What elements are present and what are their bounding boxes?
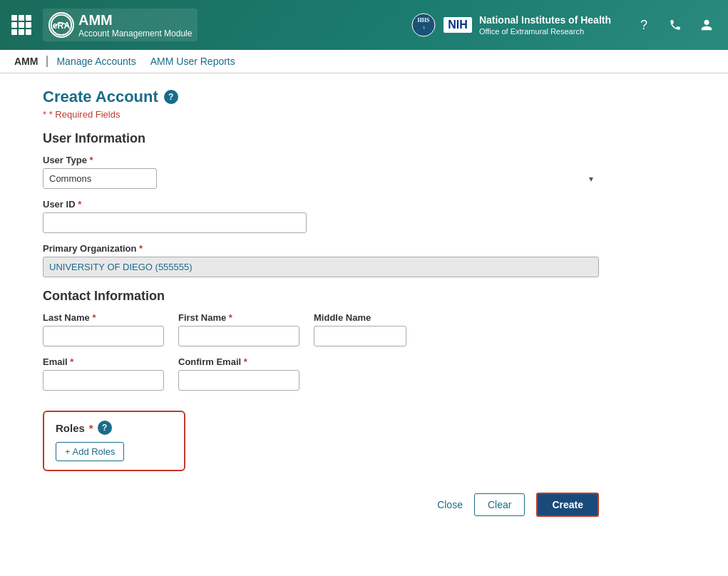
email-required-star: *	[70, 356, 73, 367]
primary-org-label: Primary Organization *	[43, 243, 599, 254]
email-label: Email *	[43, 356, 164, 367]
first-name-label: First Name *	[178, 312, 299, 323]
roles-box: Roles * ? + Add Roles	[43, 411, 185, 471]
page-help-icon[interactable]: ?	[164, 90, 178, 104]
nih-name: National Institutes of Health	[479, 14, 611, 26]
email-input[interactable]	[43, 370, 164, 391]
first-name-input[interactable]	[178, 326, 299, 346]
contact-info-section: Contact Information Last Name * First Na…	[43, 289, 599, 391]
svg-text:HHS: HHS	[418, 17, 430, 24]
user-id-required-star: *	[78, 199, 81, 210]
app-header: eRA AMM Account Management Module HHS ⚕ …	[0, 0, 728, 50]
clear-button[interactable]: Clear	[474, 493, 525, 516]
chevron-down-icon: ▾	[589, 174, 593, 184]
era-logo: eRA AMM Account Management Module	[43, 9, 198, 41]
bottom-actions: Close Clear Create	[43, 493, 599, 531]
user-type-required-star: *	[90, 155, 93, 165]
email-fields-row: Email * Confirm Email *	[43, 356, 599, 391]
nav-user-reports[interactable]: AMM User Reports	[150, 56, 235, 67]
middle-name-input[interactable]	[314, 326, 406, 346]
roles-help-icon[interactable]: ?	[98, 421, 112, 435]
user-id-input[interactable]	[43, 212, 307, 233]
create-button[interactable]: Create	[536, 493, 599, 517]
hhs-seal-icon: HHS ⚕	[411, 12, 436, 38]
add-roles-button[interactable]: + Add Roles	[56, 442, 124, 461]
nih-badge: NIH	[444, 17, 472, 33]
middle-name-label: Middle Name	[314, 312, 406, 323]
app-title-block: AMM Account Management Module	[78, 11, 192, 38]
contact-section-title: Contact Information	[43, 289, 599, 304]
main-content: Create Account ? * * Required Fields Use…	[0, 73, 642, 545]
last-name-label: Last Name *	[43, 312, 164, 323]
svg-text:⚕: ⚕	[423, 26, 425, 30]
middle-name-col: Middle Name	[314, 312, 406, 346]
email-col: Email *	[43, 356, 164, 391]
confirm-email-input[interactable]	[178, 370, 299, 391]
name-fields-row: Last Name * First Name * Middle Name	[43, 312, 599, 346]
roles-required-star: *	[89, 422, 93, 434]
user-type-label: User Type *	[43, 155, 599, 165]
phone-icon[interactable]	[665, 15, 685, 35]
user-type-select-wrapper: Commons PD/PI Admin ▾	[43, 168, 599, 189]
confirm-email-col: Confirm Email *	[178, 356, 299, 391]
confirm-email-label: Confirm Email *	[178, 356, 299, 367]
user-icon[interactable]	[697, 15, 717, 35]
user-id-field: User ID *	[43, 199, 599, 233]
header-action-icons: ?	[634, 15, 717, 35]
nav-bar: AMM Manage Accounts AMM User Reports	[0, 50, 728, 73]
app-subtitle: Account Management Module	[78, 29, 192, 38]
last-name-col: Last Name *	[43, 312, 164, 346]
nih-block: HHS ⚕ NIH National Institutes of Health …	[411, 12, 611, 38]
help-icon[interactable]: ?	[634, 15, 654, 35]
app-title: AMM	[78, 11, 192, 29]
nav-root: AMM	[14, 56, 48, 67]
user-info-section-title: User Information	[43, 131, 599, 146]
user-type-select[interactable]: Commons PD/PI Admin	[43, 168, 157, 189]
nih-text: National Institutes of Health Office of …	[479, 14, 611, 36]
primary-org-value: UNIVERSITY OF DIEGO (555555)	[43, 257, 599, 277]
era-circle-icon: eRA	[48, 12, 74, 38]
page-title: Create Account	[43, 88, 158, 106]
required-note: * * Required Fields	[43, 109, 599, 120]
nav-manage-accounts[interactable]: Manage Accounts	[56, 56, 135, 67]
first-name-required-star: *	[229, 312, 232, 323]
close-button[interactable]: Close	[437, 499, 463, 510]
primary-org-field: Primary Organization * UNIVERSITY OF DIE…	[43, 243, 599, 277]
last-name-input[interactable]	[43, 326, 164, 346]
confirm-email-required-star: *	[244, 356, 247, 367]
page-title-row: Create Account ?	[43, 88, 599, 106]
first-name-col: First Name *	[178, 312, 299, 346]
roles-title-row: Roles * ?	[56, 421, 173, 435]
user-id-label: User ID *	[43, 199, 599, 210]
nih-sub: Office of Extramural Research	[479, 26, 611, 36]
primary-org-required-star: *	[139, 243, 143, 254]
apps-grid-icon[interactable]	[11, 15, 31, 35]
user-type-field: User Type * Commons PD/PI Admin ▾	[43, 155, 599, 189]
last-name-required-star: *	[92, 312, 96, 323]
